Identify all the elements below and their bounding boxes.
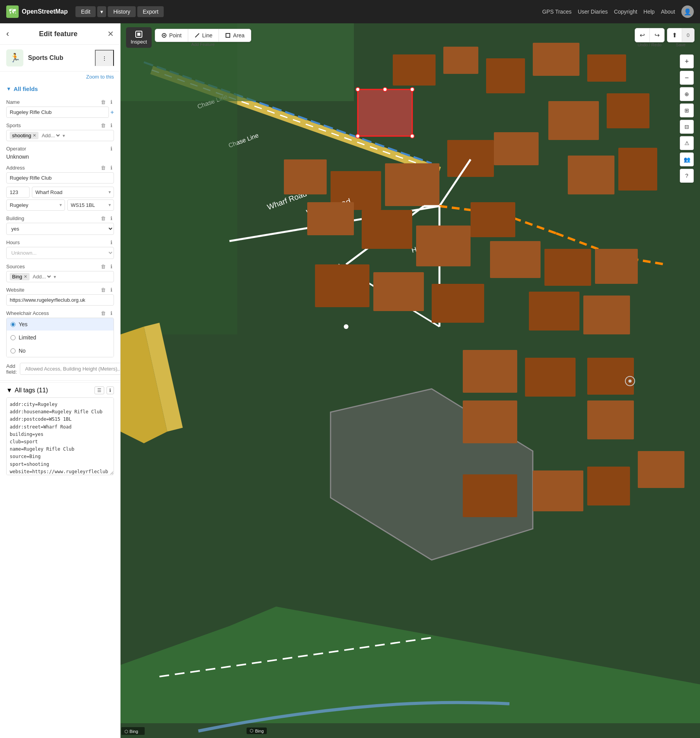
wheelchair-no-radio[interactable] [10,348,16,353]
wheelchair-actions: 🗑 ℹ [99,310,114,317]
help-link[interactable]: Help [644,9,655,15]
wheelchair-limited-radio[interactable] [10,335,16,340]
address-label-row: Address 🗑 ℹ [6,164,114,171]
undo-redo-group: ↩ ↪ [635,28,665,42]
bing-text: Bing [255,729,264,733]
hours-info-button[interactable]: ℹ [109,239,114,246]
tags-textarea[interactable]: addr:city=Rugeley addr:housename=Rugeley… [6,397,114,475]
logo-text: OpenStreetMap [22,8,68,15]
edit-button[interactable]: Edit [75,6,96,17]
zoom-in-button[interactable]: + [680,54,694,68]
name-input[interactable] [6,107,109,118]
user-diaries-link[interactable]: User Diaries [578,9,608,15]
website-info-button[interactable]: ℹ [109,286,114,294]
tags-header: ▼ All tags (11) ☰ ℹ [6,386,114,394]
tags-header-left[interactable]: ▼ All tags (11) [6,387,48,394]
operator-info-button[interactable]: ℹ [109,145,114,152]
addr-name-input[interactable] [6,172,114,184]
network-button[interactable]: 👥 [680,152,694,166]
wheelchair-limited-option[interactable]: Limited [7,331,114,344]
sports-delete-button[interactable]: 🗑 [99,122,107,129]
nav-buttons: Edit ▾ History Export [75,6,164,17]
add-feature-group-wrapper: Point Line Area Add Fe [155,29,251,47]
back-button[interactable]: ‹ [6,29,9,39]
sources-info-button[interactable]: ℹ [109,263,114,270]
line-button[interactable]: Line [188,29,219,42]
website-input[interactable] [6,294,114,306]
building-actions: 🗑 ℹ [99,215,114,222]
svg-rect-25 [447,140,494,177]
history-button[interactable]: History [108,6,136,17]
wheelchair-info-button[interactable]: ℹ [109,310,114,317]
sources-delete-button[interactable]: 🗑 [99,263,107,270]
addr-number-input[interactable] [6,187,30,198]
close-button[interactable]: ✕ [107,29,114,38]
svg-rect-22 [284,159,327,194]
sports-info-button[interactable]: ℹ [109,122,114,129]
website-delete-button[interactable]: 🗑 [99,286,107,294]
building-label-row: Building 🗑 ℹ [6,215,114,222]
map-data-button[interactable]: ⊟ [680,120,694,134]
upload-button[interactable]: ⬆ [667,28,682,42]
shooting-tag-remove[interactable]: ✕ [33,133,36,138]
undo-button[interactable]: ↩ [635,28,650,42]
sources-actions: 🗑 ℹ [99,263,114,270]
zoom-out-button[interactable]: − [680,71,694,85]
address-info-button[interactable]: ℹ [109,164,114,171]
point-button[interactable]: Point [155,29,188,42]
name-delete-button[interactable]: 🗑 [99,98,107,106]
divider [0,380,120,381]
addr-city-input[interactable] [6,199,65,211]
wheelchair-yes-radio[interactable] [10,322,16,327]
name-label-row: Name 🗑 ℹ [6,98,114,106]
sports-actions: 🗑 ℹ [99,122,114,129]
svg-rect-13 [568,156,614,194]
building-info-button[interactable]: ℹ [109,215,114,222]
inspect-icon [135,30,143,38]
svg-point-72 [163,35,165,36]
map-background[interactable]: Wharf Road Chase Line Chase Line [121,23,700,738]
building-delete-button[interactable]: 🗑 [99,215,107,222]
building-select[interactable]: yes [6,223,114,235]
sports-tag-area: shooting ✕ Add... ▾ [6,130,114,141]
all-fields-title: All fields [14,86,38,92]
svg-rect-60 [638,451,684,488]
tags-info-button[interactable]: ℹ [107,386,114,394]
edit-dropdown-button[interactable]: ▾ [97,6,106,17]
sources-add-select[interactable]: Add... [31,273,52,280]
all-fields-section[interactable]: ▼ All fields [0,82,120,96]
sports-add-select[interactable]: Add... [40,132,61,139]
bing-tag-remove[interactable]: ✕ [24,274,27,279]
layers-button[interactable]: ⊞ [680,103,694,117]
wheelchair-yes-option[interactable]: Yes [7,318,114,331]
svg-rect-44 [432,284,484,323]
sidebar: ‹ Edit feature ✕ 🏃 Sports Club ⋮ Zoom to… [0,23,121,738]
gps-button[interactable]: ⊕ [680,87,694,101]
tags-table-button[interactable]: ☰ [94,386,104,394]
help-button[interactable]: ? [680,169,694,183]
inspect-button[interactable]: Inspect [126,27,152,48]
name-add-button[interactable]: + [110,109,114,116]
wheelchair-no-option[interactable]: No [7,345,114,357]
hours-select[interactable]: Unknown... [6,247,114,259]
wheelchair-delete-button[interactable]: 🗑 [99,310,107,317]
zoom-to-this-link[interactable]: Zoom to this [86,74,114,80]
redo-button[interactable]: ↪ [650,28,664,42]
name-info-button[interactable]: ℹ [109,98,114,106]
hours-label: Hours [6,240,20,245]
addr-street-input[interactable] [32,187,114,198]
user-avatar[interactable]: 👤 [681,5,694,18]
feature-menu-button[interactable]: ⋮ [95,50,114,66]
address-delete-button[interactable]: 🗑 [99,164,107,171]
svg-rect-5 [121,23,237,334]
addr-postcode-input[interactable] [67,199,114,211]
issues-button[interactable]: ⚠ [680,136,694,150]
area-button[interactable]: Area [219,29,251,42]
add-field-select[interactable]: Allowed Access, Building Height (Meters)… [20,363,121,375]
export-button[interactable]: Export [137,6,164,17]
about-link[interactable]: About [661,9,675,15]
inspect-label: Inspect [131,39,147,45]
gps-traces-link[interactable]: GPS Traces [542,9,571,15]
hours-label-row: Hours ℹ [6,239,114,246]
copyright-link[interactable]: Copyright [614,9,637,15]
